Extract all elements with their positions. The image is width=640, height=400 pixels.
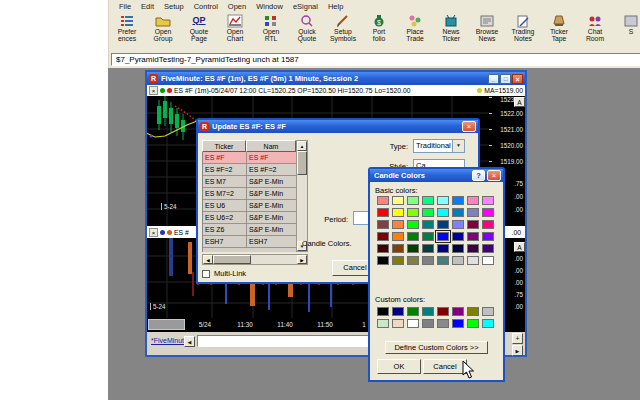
toolbar-news-ticker[interactable]: NewsTicker xyxy=(433,13,469,52)
define-custom-colors-button[interactable]: Define Custom Colors >> xyxy=(385,341,488,354)
tab-fiveminute[interactable]: *FiveMinute xyxy=(151,337,188,344)
custom-color-swatch[interactable] xyxy=(377,319,389,328)
color-swatch[interactable] xyxy=(467,232,479,241)
custom-color-swatch[interactable] xyxy=(467,307,479,316)
toolbar-open-group[interactable]: OpenGroup xyxy=(145,13,181,52)
color-swatch[interactable] xyxy=(407,208,419,217)
type-combobox[interactable]: Traditional ▼ xyxy=(413,139,465,153)
table-row[interactable]: ES U6S&P E-Min xyxy=(203,200,297,212)
custom-color-swatch[interactable] xyxy=(407,307,419,316)
toolbar-quote-page[interactable]: QPQuotePage xyxy=(181,13,217,52)
custom-color-swatch[interactable] xyxy=(482,307,494,316)
color-swatch[interactable] xyxy=(482,220,494,229)
color-swatch[interactable] xyxy=(452,232,464,241)
scroll-up-icon[interactable]: ▲ xyxy=(297,141,307,151)
color-swatch[interactable] xyxy=(482,256,494,265)
custom-color-swatch[interactable] xyxy=(452,319,464,328)
color-swatch[interactable] xyxy=(437,232,449,241)
color-swatch[interactable] xyxy=(407,256,419,265)
color-swatch[interactable] xyxy=(482,196,494,205)
color-dialog-close-button[interactable]: × xyxy=(487,170,501,181)
custom-color-swatch[interactable] xyxy=(407,319,419,328)
color-swatch[interactable] xyxy=(467,220,479,229)
color-swatch[interactable] xyxy=(452,196,464,205)
toolbar-portfolio[interactable]: $Portfolio xyxy=(361,13,397,52)
color-swatch[interactable] xyxy=(377,244,389,253)
color-swatch[interactable] xyxy=(482,244,494,253)
custom-color-swatch[interactable] xyxy=(392,307,404,316)
custom-color-swatch[interactable] xyxy=(377,307,389,316)
ok-button[interactable]: OK xyxy=(377,359,421,374)
toolbar-ticker-tape[interactable]: TickerTape xyxy=(541,13,577,52)
update-dialog-titlebar[interactable]: R Update ES #F: ES #F xyxy=(198,120,478,133)
table-row[interactable]: ES #F=2ES #F=2 xyxy=(203,164,297,176)
menu-setup[interactable]: Setup xyxy=(159,0,189,13)
color-swatch[interactable] xyxy=(377,208,389,217)
color-swatch[interactable] xyxy=(452,208,464,217)
multi-link-checkbox[interactable] xyxy=(202,270,210,278)
color-swatch[interactable] xyxy=(392,244,404,253)
color-swatch[interactable] xyxy=(482,232,494,241)
color-swatch[interactable] xyxy=(467,256,479,265)
symbol-input[interactable]: $7_PyramidTesting-7_PyramidTesting unch … xyxy=(111,53,640,66)
custom-color-swatch[interactable] xyxy=(452,307,464,316)
menu-file[interactable]: File xyxy=(114,0,136,13)
color-swatch[interactable] xyxy=(437,196,449,205)
color-swatch[interactable] xyxy=(422,232,434,241)
color-swatch[interactable] xyxy=(407,232,419,241)
table-row[interactable]: ES Z6S&P E-Min xyxy=(203,224,297,236)
toolbar-browse-news[interactable]: BrowseNews xyxy=(469,13,505,52)
custom-color-swatch[interactable] xyxy=(437,307,449,316)
table-row[interactable]: ES M7S&P E-Min xyxy=(203,176,297,188)
color-swatch[interactable] xyxy=(392,220,404,229)
toolbar-clipped[interactable]: S xyxy=(613,13,640,52)
toolbar-open-rtl[interactable]: OpenRTL xyxy=(253,13,289,52)
axis-scale-button[interactable]: A xyxy=(514,242,525,252)
color-swatch[interactable] xyxy=(467,244,479,253)
color-swatch[interactable] xyxy=(437,220,449,229)
toolbar-place-trade[interactable]: PlaceTrade xyxy=(397,13,433,52)
color-swatch[interactable] xyxy=(452,220,464,229)
color-swatch[interactable] xyxy=(467,208,479,217)
help-button[interactable]: ? xyxy=(472,170,485,181)
color-swatch[interactable] xyxy=(467,196,479,205)
custom-color-swatch[interactable] xyxy=(392,319,404,328)
color-swatch[interactable] xyxy=(392,232,404,241)
table-vertical-scrollbar[interactable]: ▲ ▼ xyxy=(296,140,308,252)
color-swatch[interactable] xyxy=(482,208,494,217)
color-swatch[interactable] xyxy=(377,196,389,205)
color-swatch[interactable] xyxy=(422,220,434,229)
column-header-ticker[interactable]: Ticker xyxy=(202,140,246,152)
color-swatch[interactable] xyxy=(437,256,449,265)
zoom-plus-button[interactable]: + xyxy=(512,333,523,344)
menu-help[interactable]: Help xyxy=(323,0,348,13)
color-swatch[interactable] xyxy=(392,256,404,265)
color-cancel-button[interactable]: Cancel xyxy=(423,359,467,374)
color-swatch[interactable] xyxy=(452,244,464,253)
toolbar-preferences[interactable]: Preferences xyxy=(109,13,145,52)
custom-color-swatch[interactable] xyxy=(422,307,434,316)
toolbar-setup-symbols[interactable]: SetupSymbols xyxy=(325,13,361,52)
color-swatch[interactable] xyxy=(422,244,434,253)
custom-color-swatch[interactable] xyxy=(482,319,494,328)
toolbar-chat-room[interactable]: ChatRoom xyxy=(577,13,613,52)
custom-color-swatch[interactable] xyxy=(422,319,434,328)
color-swatch[interactable] xyxy=(422,256,434,265)
custom-color-swatch[interactable] xyxy=(437,319,449,328)
pane2-close-icon[interactable]: × xyxy=(149,228,158,237)
chart-window-titlebar[interactable]: R FiveMinute: ES #F (1m), ES #F (5m) 1 M… xyxy=(147,72,525,85)
color-swatch[interactable] xyxy=(407,244,419,253)
color-swatch[interactable] xyxy=(422,196,434,205)
minimize-button[interactable]: _ xyxy=(488,74,499,84)
color-swatch[interactable] xyxy=(407,196,419,205)
menu-open[interactable]: Open xyxy=(223,0,251,13)
pane1-close-icon[interactable]: × xyxy=(149,86,158,95)
scrollbar-thumb[interactable] xyxy=(213,255,251,264)
scroll-left-icon[interactable]: ◀ xyxy=(203,255,213,264)
table-horizontal-scrollbar[interactable]: ◀ ▶ xyxy=(202,254,308,265)
scrollbar-thumb[interactable] xyxy=(297,151,307,175)
menu-control[interactable]: Control xyxy=(189,0,223,13)
menu-window[interactable]: Window xyxy=(251,0,288,13)
color-swatch[interactable] xyxy=(407,220,419,229)
custom-color-swatch[interactable] xyxy=(467,319,479,328)
